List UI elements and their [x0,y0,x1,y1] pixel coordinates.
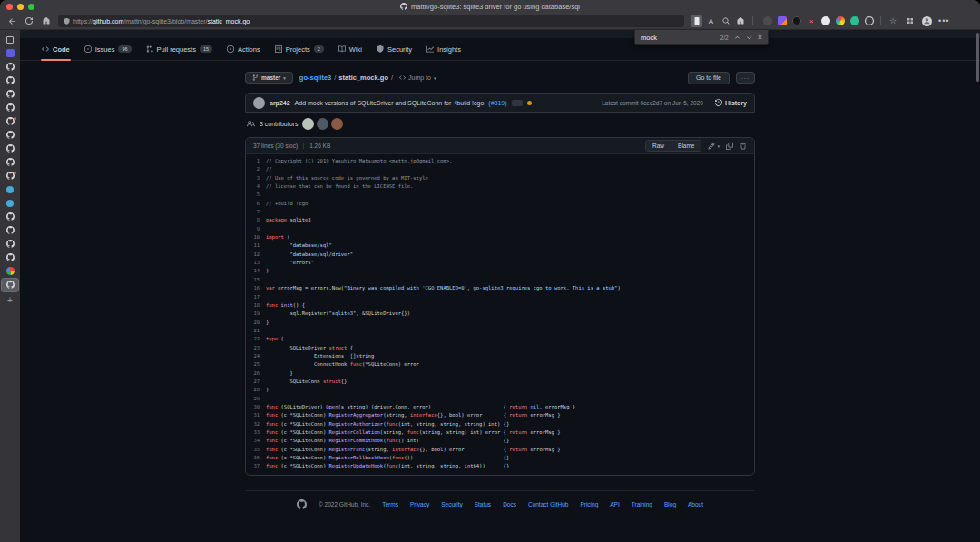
footer-link-security[interactable]: Security [441,501,462,508]
maximize-window-button[interactable] [28,4,34,10]
line-number[interactable]: 2 [246,165,266,173]
browser-tab[interactable] [2,156,18,169]
history-button[interactable]: History [715,99,747,106]
find-previous-icon[interactable] [734,34,740,41]
browser-tab[interactable] [2,143,18,155]
reader-mode-icon[interactable]: A [705,15,717,27]
browser-tab[interactable] [2,102,18,114]
line-number[interactable]: 3 [246,174,266,182]
footer-link-pricing[interactable]: Pricing [580,501,598,508]
find-next-icon[interactable] [746,34,752,41]
line-number[interactable]: 9 [246,225,266,233]
line-number[interactable]: 35 [246,446,266,454]
commit-author-link[interactable]: arp242 [270,100,290,106]
delete-file-icon[interactable] [740,143,747,150]
scrollbar-thumb[interactable] [976,33,979,82]
new-tab-button[interactable]: + [7,295,13,305]
blame-button[interactable]: Blame [671,141,701,151]
line-number[interactable]: 5 [246,191,266,199]
browser-tab[interactable] [2,265,18,278]
raw-button[interactable]: Raw [646,141,671,151]
repo-tab-projects[interactable]: Projects2 [268,38,331,60]
more-options-button[interactable]: ··· [736,72,755,84]
line-number[interactable]: 37 [246,462,266,470]
line-number[interactable]: 22 [246,335,266,343]
repo-tab-actions[interactable]: Actions [220,38,268,60]
line-number[interactable]: 28 [246,386,266,394]
commit-message-link[interactable]: Add mock versions of SQLiteDriver and SQ… [295,100,485,106]
extension-darkreader-icon[interactable] [792,16,801,25]
line-number[interactable]: 20 [246,319,266,327]
commit-pr-link[interactable]: (#819) [488,100,506,106]
minimize-window-button[interactable] [17,4,24,10]
browser-tab-active[interactable] [2,279,18,291]
copy-file-icon[interactable] [726,143,733,150]
contributors-link[interactable]: 3 contributors [260,121,298,127]
extension-container-icon[interactable] [778,16,787,25]
extension-redx-icon[interactable]: × [807,16,816,25]
line-number[interactable]: 11 [246,241,266,250]
footer-link-docs[interactable]: Docs [503,501,516,508]
browser-tab[interactable] [2,61,18,74]
browser-tab[interactable] [2,170,18,182]
line-number[interactable]: 25 [246,360,266,369]
browser-tab[interactable] [2,129,18,142]
footer-link-status[interactable]: Status [475,501,491,508]
go-to-file-button[interactable]: Go to file [688,72,730,84]
find-in-page-icon[interactable] [691,15,702,27]
bookmark-star-icon[interactable]: ☆ [887,15,898,26]
line-number[interactable]: 23 [246,344,266,352]
browser-tab[interactable] [2,238,18,251]
browser-tab[interactable] [2,88,18,101]
line-number[interactable]: 8 [246,216,266,224]
line-number[interactable]: 18 [246,301,266,310]
line-number[interactable]: 24 [246,352,266,360]
footer-link-training[interactable]: Training [632,501,652,508]
close-window-button[interactable] [6,4,13,10]
edit-file-button[interactable]: ▾ [708,143,720,150]
footer-link-terms[interactable]: Terms [382,501,398,508]
line-number[interactable]: 13 [246,259,266,267]
line-number[interactable]: 34 [246,437,266,445]
tab-stack-icon[interactable] [905,15,916,26]
repo-tab-issues[interactable]: Issues96 [77,38,139,60]
browser-tab[interactable] [2,34,18,46]
browser-tab[interactable] [2,251,18,264]
repo-tab-wiki[interactable]: Wiki [331,38,369,60]
line-number[interactable]: 36 [246,454,266,462]
extension-white-icon[interactable] [821,16,830,25]
address-bar[interactable]: https://github.com/mattn/go-sqlite3/blob… [58,15,684,27]
reload-icon[interactable] [24,15,34,26]
line-number[interactable]: 1 [246,157,266,165]
commit-status-pending-icon[interactable] [527,101,532,105]
line-number[interactable]: 4 [246,182,266,191]
extension-green-icon[interactable] [850,16,859,25]
line-number[interactable]: 12 [246,251,266,259]
line-number[interactable]: 30 [246,403,266,411]
overflow-menu-icon[interactable]: ••• [938,16,949,25]
zoom-icon[interactable] [720,15,731,27]
home-icon[interactable] [41,15,52,26]
profile-avatar[interactable] [922,16,932,26]
repo-tab-security[interactable]: Security [369,38,419,60]
line-number[interactable]: 19 [246,310,266,318]
footer-link-api[interactable]: API [610,501,619,508]
extension-rainbow-icon[interactable] [836,16,845,25]
jump-to-button[interactable]: Jump to ▾ [399,74,436,81]
extension-dark-icon[interactable] [763,16,772,25]
repo-tab-insights[interactable]: Insights [419,38,468,60]
line-number[interactable]: 16 [246,284,266,292]
line-number[interactable]: 7 [246,208,266,216]
back-icon[interactable] [6,15,17,26]
line-number[interactable]: 6 [246,200,266,208]
browser-tab[interactable] [2,211,18,223]
line-number[interactable]: 17 [246,293,266,301]
contributor-avatar[interactable] [317,118,328,130]
line-number[interactable]: 26 [246,370,266,378]
extension-ring-icon[interactable] [865,16,874,25]
line-number[interactable]: 10 [246,233,266,241]
contributor-avatar[interactable] [302,118,314,130]
line-number[interactable]: 21 [246,327,266,335]
branch-selector[interactable]: master ▾ [245,72,293,84]
find-close-icon[interactable]: × [758,33,762,42]
